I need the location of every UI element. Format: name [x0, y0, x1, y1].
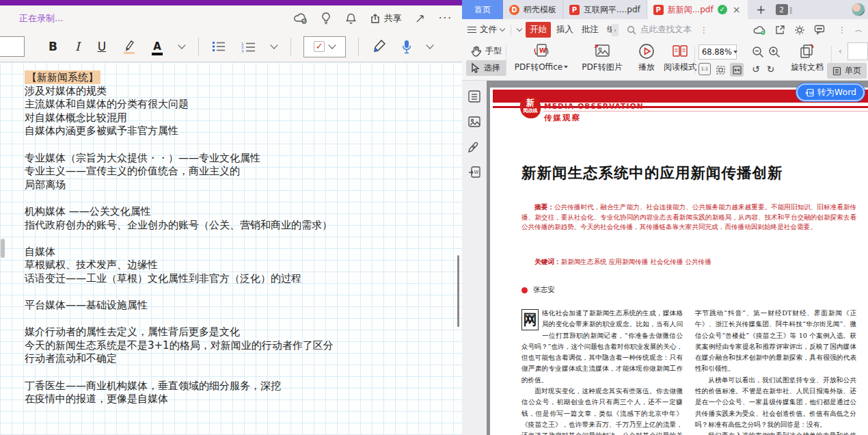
new-tab-button[interactable]: + [748, 0, 774, 19]
annotation-panel-icon[interactable] [467, 140, 481, 154]
page-number-input[interactable] [847, 42, 868, 60]
convert-to-word-button[interactable]: W 转为Word [796, 83, 865, 101]
menu-annotate[interactable]: 批注 [578, 22, 603, 38]
menu-insert[interactable]: 插入 [552, 22, 578, 38]
resize-window-icon[interactable] [413, 12, 427, 25]
note-line[interactable]: 自媒体内涵更多被赋予非官方属性 [25, 124, 334, 138]
rotate-left-button[interactable]: ↺ [752, 64, 760, 75]
note-line[interactable]: 指代政府创办的账号、企业创办的账号（公关、营销和商业的需求） [25, 219, 334, 233]
list-options-chevron-icon[interactable] [270, 41, 277, 49]
font-color-button[interactable]: A [153, 40, 161, 53]
menu-start[interactable]: 开始 [526, 22, 551, 38]
tab-home[interactable]: 首页 [462, 0, 503, 19]
article-abstract: 摘要：公共传播时代，融合生产能力、社会连接能力、公共服务能力越来越重要。不能用旧… [521, 202, 856, 233]
pdf-to-office-button[interactable]: W PDF转Office [513, 43, 570, 73]
font-options-chevron-icon[interactable] [178, 41, 185, 49]
feedback-comment-icon[interactable] [814, 25, 825, 35]
pdf-to-image-button[interactable]: PDF转图片 [577, 43, 627, 73]
dictate-chevron-icon[interactable] [426, 41, 433, 49]
tab-document-2-active[interactable]: P 新新闻...pdf ✓ × [647, 0, 748, 19]
note-line[interactable] [25, 192, 334, 205]
note-line[interactable]: 主流媒体和自媒体的分类有很大问题 [25, 98, 334, 111]
toolbar-divider [290, 38, 291, 55]
tab-docer-templates[interactable]: D 稻壳模板 [503, 0, 563, 19]
format-painter-button[interactable] [372, 39, 387, 54]
left-panel-handle[interactable] [1, 239, 5, 258]
file-menu[interactable]: 文件 [467, 24, 504, 36]
pdf-document-area[interactable]: 新 闻战线 MEDIA OBSERVATION 传媒观察 新新闻生态系统中的应用… [487, 81, 868, 435]
lightbulb-icon[interactable] [319, 12, 333, 25]
note-line[interactable] [25, 313, 334, 326]
note-line[interactable]: 涉及对媒体的规类 [25, 85, 334, 98]
note-line[interactable]: 丁香医生——商业机构媒体，垂直领域的细分服务，深挖 [25, 380, 334, 393]
paragraph: 面对现实变化，这种观念其实有些落伍。你去做微信公众号，初期创业也许只有两三个人，… [521, 386, 683, 435]
collapse-toolbar-caret[interactable]: ︿ [855, 25, 863, 35]
ribbon-collapse-chevron-icon[interactable] [517, 26, 522, 31]
search-icon [627, 25, 636, 35]
thumbnails-panel-icon[interactable] [467, 115, 481, 129]
rotate-document-button[interactable]: 旋转文档 [789, 43, 826, 73]
user-avatar[interactable] [852, 3, 865, 16]
zoom-level-input[interactable]: 68.88% [699, 44, 737, 60]
window-split-icon: ‖ [789, 5, 794, 14]
single-page-button[interactable]: 单页 [827, 63, 867, 79]
search-options-dots[interactable]: ⋮ [700, 25, 708, 35]
note-line[interactable]: 【新新闻系统】 [25, 71, 334, 85]
note-line[interactable]: 草根赋权、技术发声、边缘性 [25, 259, 334, 272]
font-name-input[interactable] [0, 36, 25, 57]
note-line[interactable]: 局部离场 [25, 179, 334, 192]
note-line[interactable]: 平台媒体——基础设施属性 [25, 299, 334, 313]
zoom-out-button[interactable] [752, 46, 764, 58]
note-line[interactable]: 在疫情中的报道，更像是自媒体 [25, 393, 334, 406]
tab-document-1[interactable]: P 互联网平....pdf [563, 0, 647, 19]
outline-panel-icon[interactable] [467, 90, 481, 103]
note-line[interactable] [25, 232, 334, 246]
close-tab-icon[interactable]: × [731, 4, 742, 15]
note-line[interactable]: 专业主义——宣传主义的价值统合，商业主义的 [25, 165, 334, 179]
note-line[interactable]: 机构媒体 ——公关文化属性 [25, 205, 334, 219]
article-body: 网络化社会加速了新新闻生态系统的生成，媒体格局的变化会带来新的职业观念。比如，当… [521, 308, 856, 435]
more-options-button[interactable]: ··· [439, 12, 452, 25]
italic-button[interactable]: I [75, 40, 80, 53]
zoom-in-button[interactable] [768, 46, 781, 58]
window-count-badge[interactable]: 2 [776, 4, 788, 15]
hand-tool-button[interactable]: 手型 [466, 43, 506, 59]
cloud-sync-icon[interactable] [294, 12, 308, 25]
numbered-list-button[interactable]: 123 [241, 41, 256, 53]
note-line[interactable]: 自媒体 [25, 246, 334, 259]
select-tool-button[interactable]: 选择 [466, 60, 506, 76]
note-line[interactable]: 行动者流动和不确定 [25, 352, 334, 366]
note-scrollbar[interactable] [457, 255, 459, 327]
fit-page-button[interactable] [714, 63, 727, 77]
todo-tag-button[interactable]: ✓ [303, 36, 346, 57]
find-text-input[interactable]: 点此查找文本 ⋮ [627, 24, 708, 36]
article-title: 新新闻生态系统中的应用新闻传播创新 [521, 163, 858, 183]
note-line[interactable]: 对自媒体概念比较混用 [25, 111, 334, 125]
note-line[interactable]: 媒介行动者的属性去定义，属性背后更多是文化 [25, 326, 334, 339]
highlighter-button[interactable] [122, 39, 136, 54]
play-button[interactable]: 播放 [632, 43, 662, 73]
note-line[interactable]: 今天的新闻生态系统是不是3+1的格局，对新闻业的行动者作了区分 [25, 339, 334, 353]
rotate-right-button[interactable]: ↻ [767, 64, 775, 75]
bullet-list-button[interactable] [212, 41, 226, 52]
bell-icon[interactable] [344, 12, 358, 25]
note-line[interactable]: 专业媒体（宗旨为大众提供・・）——专业文化属性 [25, 152, 334, 166]
settings-gear-icon[interactable] [794, 25, 805, 36]
underline-button[interactable]: U [98, 40, 106, 53]
panel-back-chevron[interactable]: ‹ [839, 46, 842, 56]
share-button[interactable]: 共享 [370, 12, 402, 25]
microphone-button[interactable] [402, 40, 411, 54]
share-document-icon[interactable] [775, 25, 785, 35]
menu-overflow-arrow[interactable]: › [612, 24, 619, 36]
note-canvas[interactable]: 【新新闻系统】 涉及对媒体的规类 主流媒体和自媒体的分类有很大问题 对自媒体概念… [0, 62, 462, 435]
bold-button[interactable]: B [49, 40, 57, 53]
note-line[interactable]: 话语变迁——工业（草根）文化属性到非官方（泛化）的过程 [25, 272, 334, 286]
fit-width-button[interactable] [730, 63, 744, 77]
more-tools-dots[interactable]: ⋮ [838, 25, 846, 35]
note-line[interactable] [25, 366, 334, 380]
note-line[interactable] [25, 286, 334, 300]
actual-size-button[interactable]: 1:1 [699, 63, 711, 75]
export-word-panel-icon[interactable]: W [467, 166, 481, 179]
cloud-save-icon[interactable] [753, 25, 766, 35]
note-line[interactable] [25, 138, 334, 152]
